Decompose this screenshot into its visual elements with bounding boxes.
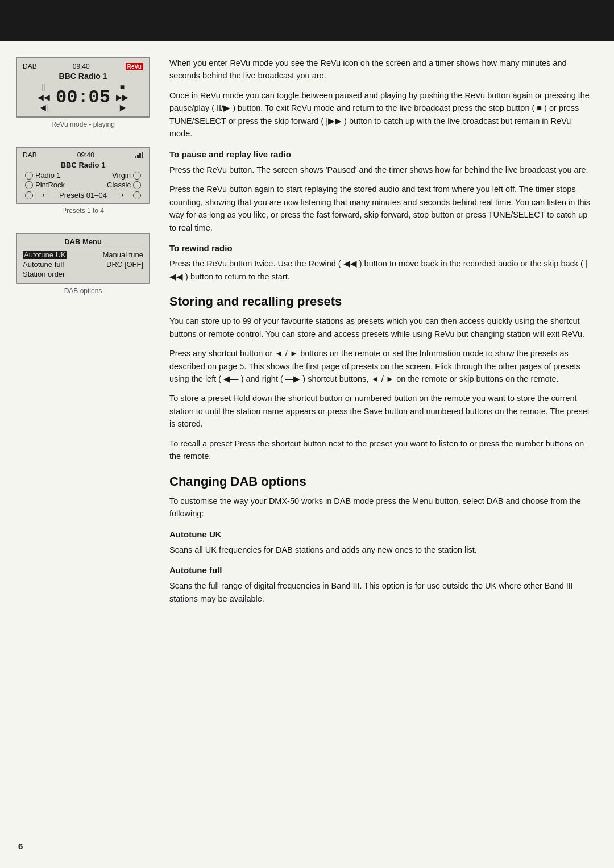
preset-row-1: Radio 1 Virgin	[23, 171, 143, 180]
presets-dab-label: DAB	[23, 151, 37, 160]
presets-para1: You can store up to 99 of your favourite…	[169, 315, 596, 340]
stop-icon: ■	[120, 82, 125, 91]
section1-para1: Press the ReVu button. The screen shows …	[169, 164, 596, 176]
controls-left: ‖ ◀◀ ◀|	[38, 82, 50, 112]
dab-menu-display-container: DAB Menu Autotune UK Manual tune Autotun…	[16, 233, 150, 295]
dab-menu-row2: Autotune full DRC [OFF]	[23, 260, 143, 269]
station-name: BBC Radio 1	[23, 72, 143, 81]
dab-menu-row1: Autotune UK Manual tune	[23, 251, 143, 259]
preset-1-right: Virgin	[112, 171, 131, 180]
presets-display-container: DAB 09:40 BBC Radio 1 Radio 1	[16, 147, 150, 215]
section2-para: Press the ReVu button twice. Use the Rew…	[169, 257, 596, 283]
preset-nav-right-arrow: ⟶	[113, 191, 124, 199]
autotune-uk-heading: Autotune UK	[169, 529, 596, 539]
section1-heading: To pause and replay live radio	[169, 149, 596, 159]
preset-circle-1	[25, 172, 33, 180]
main-heading-dab: Changing DAB options	[169, 474, 596, 489]
left-column: DAB 09:40 ReVu BBC Radio 1 ‖ ◀◀ ◀| 00:05…	[16, 57, 164, 612]
manual-tune-label: Manual tune	[102, 251, 143, 259]
preset-1-left: Radio 1	[35, 171, 112, 180]
display1-caption: ReVu mode - playing	[16, 120, 150, 128]
autotune-uk-highlighted: Autotune UK	[23, 251, 67, 259]
presets-signal	[135, 151, 143, 160]
skipback-icon: ◀|	[40, 103, 48, 112]
pause-icon: ‖	[42, 82, 45, 91]
autotune-full-heading: Autotune full	[169, 565, 596, 575]
intro-para2: Once in ReVu mode you can toggle between…	[169, 89, 596, 140]
preset-nav-circle-right	[133, 191, 141, 199]
header-bar	[0, 0, 614, 41]
controls-right: ■ ▶▶ |▶	[116, 82, 128, 112]
preset-nav-left-arrow: ⟵	[42, 191, 53, 199]
preset-nav: ⟵ Presets 01–04 ⟶	[23, 191, 143, 199]
preset-nav-text: Presets 01–04	[59, 191, 107, 199]
preset-circle-4	[133, 181, 141, 189]
rewind-icon: ◀◀	[38, 93, 50, 102]
intro-para1: When you enter ReVu mode you see the ReV…	[169, 57, 596, 82]
page-number: 6	[18, 841, 23, 851]
presets-station: BBC Radio 1	[23, 161, 143, 169]
preset-circle-2	[133, 172, 141, 180]
revu-badge: ReVu	[126, 63, 143, 70]
preset-nav-circle-left	[25, 191, 33, 199]
drc-label: DRC [OFF]	[106, 260, 143, 269]
dab-label: DAB	[23, 62, 37, 70]
elapsed-time: 00:05	[56, 87, 110, 108]
autotune-uk-text: Scans all UK frequencies for DAB station…	[169, 544, 596, 556]
dab-menu-row3: Station order	[23, 270, 143, 278]
section2-heading: To rewind radio	[169, 243, 596, 253]
revu-display: DAB 09:40 ReVu BBC Radio 1 ‖ ◀◀ ◀| 00:05…	[16, 57, 150, 128]
preset-2-right: Classic	[107, 181, 131, 189]
autotune-full-text: Scans the full range of digital frequenc…	[169, 579, 596, 605]
preset-2-left: PlntRock	[35, 181, 107, 189]
display2-caption: Presets 1 to 4	[16, 207, 150, 215]
ff-icon: ▶▶	[116, 93, 128, 102]
display3-caption: DAB options	[16, 287, 150, 295]
right-column: When you enter ReVu mode you see the ReV…	[164, 57, 596, 612]
dab-menu-title: DAB Menu	[23, 237, 143, 248]
preset-circle-3	[25, 181, 33, 189]
section1-para2: Press the ReVu button again to start rep…	[169, 183, 596, 234]
station-order-label: Station order	[23, 270, 65, 278]
main-heading-presets: Storing and recalling presets	[169, 294, 596, 309]
dab-intro: To customise the way your DMX-50 works i…	[169, 495, 596, 520]
presets-time-label: 09:40	[77, 151, 94, 160]
autotune-full-label: Autotune full	[23, 260, 64, 269]
presets-para3: To store a preset Hold down the shortcut…	[169, 392, 596, 430]
presets-para2: Press any shortcut button or ◄ / ► butto…	[169, 347, 596, 385]
time-label: 09:40	[73, 62, 90, 70]
skipfwd-icon: |▶	[118, 103, 127, 112]
presets-para4: To recall a preset Press the shortcut bu…	[169, 437, 596, 463]
preset-row-2: PlntRock Classic	[23, 181, 143, 189]
